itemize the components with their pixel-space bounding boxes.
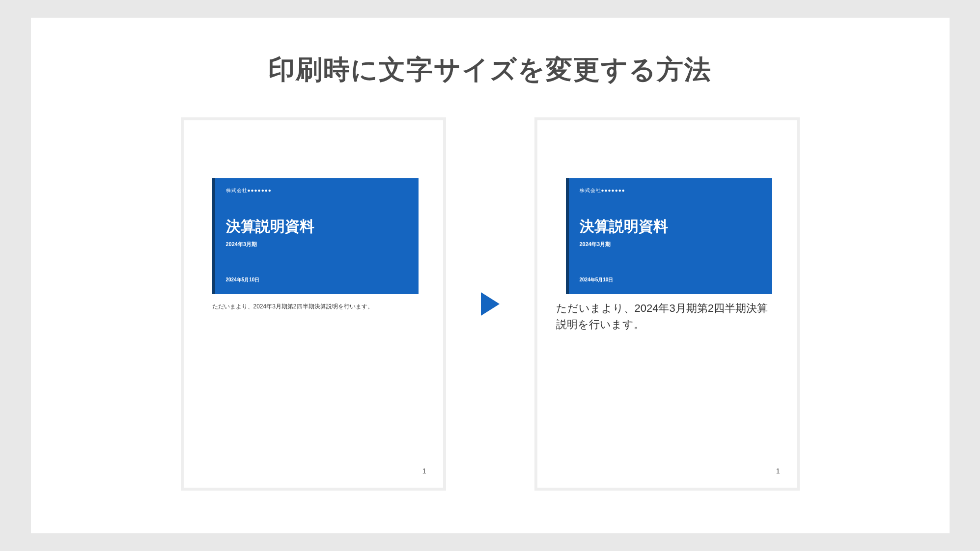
document-canvas: 印刷時に文字サイズを変更する方法 株式会社●●●●●●● 決算説明資料 2024…: [31, 18, 950, 533]
left-page-inner: 株式会社●●●●●●● 決算説明資料 2024年3月期 2024年5月10日 た…: [188, 124, 439, 484]
slide-subtitle: 2024年3月期: [226, 241, 408, 248]
right-page-preview: 株式会社●●●●●●● 決算説明資料 2024年3月期 2024年5月10日 た…: [534, 117, 800, 491]
left-page-number: 1: [422, 467, 426, 475]
comparison-row: 株式会社●●●●●●● 決算説明資料 2024年3月期 2024年5月10日 た…: [31, 117, 950, 491]
slide-date: 2024年5月10日: [580, 276, 761, 283]
right-page-number: 1: [776, 467, 780, 475]
slide-company-label: 株式会社●●●●●●●: [226, 187, 408, 194]
arrow-right-icon: [481, 292, 500, 316]
slide-title: 決算説明資料: [580, 217, 761, 237]
slide-company-label: 株式会社●●●●●●●: [580, 187, 761, 194]
right-note-text: ただいまより、2024年3月期第2四半期決算説明を行います。: [556, 300, 778, 332]
left-slide: 株式会社●●●●●●● 決算説明資料 2024年3月期 2024年5月10日: [212, 178, 419, 294]
slide-subtitle: 2024年3月期: [580, 241, 761, 248]
left-page-preview: 株式会社●●●●●●● 決算説明資料 2024年3月期 2024年5月10日 た…: [181, 117, 446, 491]
arrow-container: [476, 292, 505, 316]
right-slide: 株式会社●●●●●●● 決算説明資料 2024年3月期 2024年5月10日: [566, 178, 772, 294]
slide-date: 2024年5月10日: [226, 276, 408, 283]
left-note-text: ただいまより、2024年3月期第2四半期決算説明を行います。: [212, 302, 415, 311]
slide-title: 決算説明資料: [226, 217, 408, 237]
right-page-inner: 株式会社●●●●●●● 決算説明資料 2024年3月期 2024年5月10日 た…: [541, 124, 793, 484]
page-title: 印刷時に文字サイズを変更する方法: [31, 52, 950, 88]
